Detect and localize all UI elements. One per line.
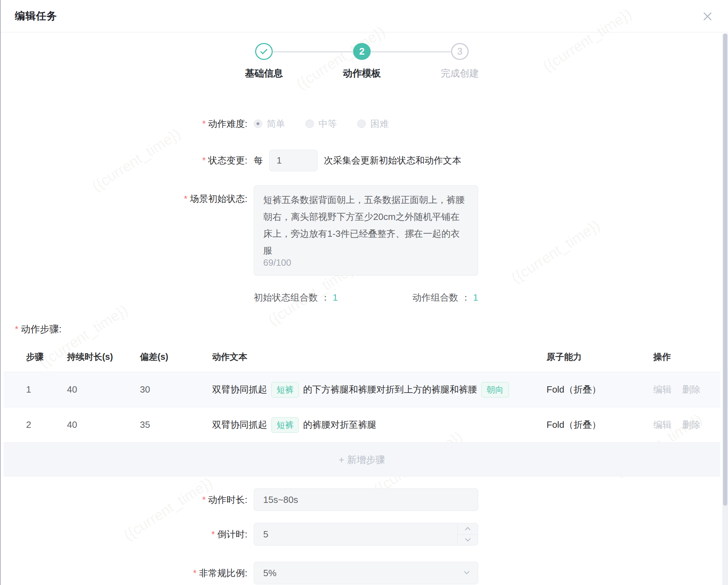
object-tag: 短裤 — [271, 417, 299, 433]
radio-option-hard[interactable]: 困难 — [357, 118, 389, 130]
textarea-value: 短裤五条数据背面朝上，五条数据正面朝上，裤腰朝右，离头部视野下方至少20cm之外… — [263, 195, 465, 256]
state-change-prefix: 每 — [254, 154, 263, 167]
required-mark: * — [202, 118, 206, 129]
state-change-row: *状态变更: 每 1 次采集会更新初始状态和动作文本 — [1, 149, 723, 171]
cell-deviation: 30 — [140, 384, 212, 395]
radio-option-medium[interactable]: 中等 — [306, 118, 337, 130]
cell-ability: Fold（折叠） — [547, 419, 653, 431]
cell-operations: 编辑 删除 — [653, 383, 720, 396]
edit-button[interactable]: 编辑 — [653, 419, 672, 431]
initial-combo-count: 初始状态组合数：1 — [254, 291, 338, 304]
label-text: 动作难度: — [208, 118, 247, 129]
action-text: 双臂协同抓起 — [212, 419, 267, 431]
radio-selected-icon[interactable] — [254, 119, 262, 128]
initial-state-label: *场景初始状态: — [1, 185, 247, 205]
select-value: 5% — [263, 568, 277, 579]
action-text: 双臂协同抓起 — [212, 383, 267, 396]
spinner-decrease-button[interactable] — [458, 534, 478, 546]
required-mark: * — [202, 494, 206, 505]
close-icon[interactable] — [701, 9, 715, 23]
step-action-template: 2 动作模板 — [313, 43, 411, 80]
countdown-input[interactable]: 5 — [254, 523, 478, 546]
edit-button[interactable]: 编辑 — [653, 383, 672, 396]
step-label: 完成创建 — [441, 67, 479, 80]
radio-icon[interactable] — [357, 119, 366, 128]
col-header-ability: 原子能力 — [547, 351, 653, 363]
combo-value: 1 — [333, 292, 338, 303]
label-text: 动作步骤: — [21, 323, 62, 335]
initial-state-row: *场景初始状态: 短裤五条数据背面朝上，五条数据正面朝上，裤腰朝右，离头部视野下… — [1, 185, 723, 276]
radio-icon[interactable] — [306, 119, 314, 128]
unusual-ratio-row: *非常规比例: 5% — [1, 562, 723, 584]
countdown-row: *倒计时: 5 — [1, 523, 723, 546]
state-change-input[interactable]: 1 — [269, 150, 317, 171]
cell-step: 1 — [26, 384, 67, 395]
combo-counts-row: 初始状态组合数：1 动作组合数：1 — [254, 291, 478, 303]
required-mark: * — [202, 155, 206, 166]
step-number: 2 — [353, 43, 371, 60]
table-row: 1 40 30 双臂协同抓起 短裤 的下方裤腿和裤腰对折到上方的裤腿和裤腰 朝向… — [4, 372, 720, 407]
difficulty-row: *动作难度: 简单 中等 困难 — [1, 117, 723, 130]
table-row: 2 40 35 双臂协同抓起 短裤 的裤腰对折至裤腿 Fold（折叠） 编辑 删… — [4, 407, 720, 443]
action-text: 的下方裤腿和裤腰对折到上方的裤腿和裤腰 — [303, 383, 477, 396]
chevron-down-icon — [465, 536, 471, 542]
orientation-tag: 朝向 — [481, 382, 509, 398]
col-header-step: 步骤 — [26, 351, 67, 363]
combo-label: 初始状态组合数 — [254, 292, 318, 303]
col-header-duration: 持续时长(s) — [67, 351, 140, 363]
unusual-ratio-select[interactable]: 5% — [254, 562, 478, 584]
label-text: 状态变更: — [208, 155, 247, 166]
action-text: 的裤腰对折至裤腿 — [303, 419, 376, 431]
required-mark: * — [184, 193, 187, 204]
cell-duration: 40 — [67, 419, 140, 430]
required-mark: * — [15, 324, 18, 335]
char-counter: 69/100 — [263, 254, 291, 271]
radio-option-easy[interactable]: 简单 — [254, 118, 285, 130]
radio-label: 中等 — [319, 118, 337, 130]
delete-button[interactable]: 删除 — [682, 419, 701, 431]
cell-ability: Fold（折叠） — [547, 383, 653, 396]
radio-label: 简单 — [267, 118, 285, 130]
cell-step: 2 — [26, 419, 67, 430]
delete-button[interactable]: 删除 — [682, 383, 701, 396]
step-label: 动作模板 — [343, 67, 381, 80]
col-header-operations: 操作 — [653, 351, 720, 363]
scrollbar-thumb[interactable] — [723, 33, 727, 506]
state-change-suffix: 次采集会更新初始状态和动作文本 — [324, 154, 461, 167]
initial-state-textarea[interactable]: 短裤五条数据背面朝上，五条数据正面朝上，裤腰朝右，离头部视野下方至少20cm之外… — [254, 185, 478, 276]
col-header-action-text: 动作文本 — [212, 351, 547, 363]
step-label: 基础信息 — [245, 67, 283, 80]
table-header-row: 步骤 持续时长(s) 偏差(s) 动作文本 原子能力 操作 — [4, 341, 720, 372]
countdown-label: *倒计时: — [1, 528, 247, 541]
unusual-ratio-label: *非常规比例: — [1, 567, 247, 579]
cell-deviation: 35 — [140, 419, 212, 430]
checkmark-icon — [260, 47, 267, 55]
action-duration-input[interactable]: 15s~80s — [254, 488, 478, 511]
stepper: 基础信息 2 动作模板 3 完成创建 — [215, 43, 509, 80]
combo-separator: ： — [321, 292, 330, 303]
cell-action-text: 双臂协同抓起 短裤 的下方裤腿和裤腰对折到上方的裤腿和裤腰 朝向 — [212, 382, 547, 398]
input-value: 5 — [263, 529, 268, 540]
label-text: 倒计时: — [217, 529, 247, 540]
step-done-circle — [255, 43, 273, 60]
combo-value: 1 — [473, 292, 478, 303]
chevron-down-icon — [464, 569, 470, 574]
spinner-increase-button[interactable] — [458, 523, 478, 534]
number-spinner — [457, 523, 478, 545]
vertical-scrollbar[interactable] — [722, 33, 728, 585]
col-header-deviation: 偏差(s) — [140, 351, 212, 363]
cell-operations: 编辑 删除 — [653, 419, 720, 431]
action-duration-label: *动作时长: — [1, 493, 247, 506]
step-number: 3 — [451, 43, 469, 60]
combo-label: 动作组合数 — [413, 292, 458, 303]
add-step-button[interactable]: + 新增步骤 — [4, 443, 720, 477]
label-text: 非常规比例: — [199, 568, 247, 578]
action-steps-table: 步骤 持续时长(s) 偏差(s) 动作文本 原子能力 操作 1 40 30 双臂… — [4, 341, 720, 477]
action-duration-row: *动作时长: 15s~80s — [1, 488, 723, 511]
dialog-body: 基础信息 2 动作模板 3 完成创建 *动作难度: 简单 中等 — [1, 43, 723, 584]
action-combo-count: 动作组合数：1 — [413, 291, 478, 304]
required-mark: * — [211, 529, 215, 540]
radio-label: 困难 — [370, 118, 389, 130]
action-steps-label: * 动作步骤: — [1, 323, 723, 335]
state-change-label: *状态变更: — [1, 154, 247, 167]
